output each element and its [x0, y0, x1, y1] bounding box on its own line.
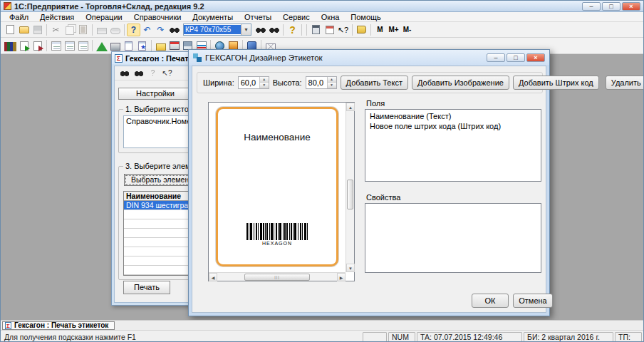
- sigma-document-icon: Σ: [5, 322, 11, 329]
- calculator-icon[interactable]: [309, 24, 323, 36]
- status-num-lock: NUM: [388, 332, 415, 342]
- preview-horizontal-scrollbar[interactable]: ◀ ||| ▶: [209, 272, 346, 281]
- height-down-icon[interactable]: ▼: [328, 83, 336, 88]
- sort-asc-icon[interactable]: [118, 68, 130, 79]
- preview-vertical-scrollbar[interactable]: ▲ ▼: [346, 103, 354, 272]
- print-icon[interactable]: [95, 24, 108, 36]
- window-tab-print-labels[interactable]: Σ Гексагон : Печать этикеток: [2, 321, 115, 330]
- scroll-left-icon[interactable]: ◀: [209, 273, 217, 281]
- height-label: Высота:: [273, 78, 302, 87]
- label-barcode-field[interactable]: HEXAGON: [218, 223, 336, 246]
- memory-mplus-button[interactable]: M+: [387, 24, 400, 36]
- menu-reports[interactable]: Отчеты: [239, 13, 277, 21]
- combobox-dropdown-icon[interactable]: ▾: [241, 24, 251, 35]
- dialog-client: Ширина: 60,0 ▲▼ Высота: 80,0 ▲▼ Добавить…: [192, 66, 546, 313]
- status-tp[interactable]: ТП:: [615, 332, 642, 342]
- paste-icon[interactable]: [76, 24, 90, 36]
- restore-button[interactable]: □: [602, 2, 620, 11]
- tab-settings[interactable]: Настройки: [118, 88, 192, 100]
- document-star-icon[interactable]: ★: [135, 39, 149, 52]
- analysis-triangle-icon[interactable]: [95, 39, 108, 52]
- menu-references[interactable]: Справочники: [128, 13, 187, 21]
- open-folder-icon[interactable]: [17, 24, 31, 36]
- menu-service[interactable]: Сервис: [277, 13, 316, 21]
- journal-open-icon[interactable]: [17, 39, 31, 52]
- dialog-minimize-button[interactable]: –: [487, 53, 505, 62]
- status-actual-date[interactable]: ТА: 07.07.2015 12:49:46: [417, 332, 522, 342]
- memory-mminus-button[interactable]: M-: [400, 24, 414, 36]
- menu-operations[interactable]: Операции: [80, 13, 128, 21]
- copy-icon[interactable]: [63, 24, 76, 36]
- properties-box[interactable]: [365, 203, 541, 273]
- cancel-button[interactable]: Отмена: [513, 294, 553, 308]
- undo-icon[interactable]: ↶: [140, 24, 154, 36]
- label-name-field[interactable]: Наименование: [218, 132, 336, 142]
- scroll-down-icon[interactable]: ▼: [346, 264, 355, 272]
- reference-books-icon[interactable]: [4, 39, 17, 52]
- memory-m-button[interactable]: M: [373, 24, 387, 36]
- redo-icon[interactable]: ↷: [154, 24, 167, 36]
- new-document-icon[interactable]: [4, 24, 17, 36]
- main-window-title: 1С:Предприятие - Торговля+Склад, редакци…: [14, 2, 204, 11]
- field-item-name[interactable]: Наименование (Текст): [365, 111, 541, 121]
- find-next-icon[interactable]: [254, 24, 267, 36]
- cash-device-icon[interactable]: [108, 39, 122, 52]
- find-prev-icon[interactable]: [267, 24, 281, 36]
- ok-button[interactable]: ОК: [472, 294, 509, 308]
- add-text-button[interactable]: Добавить Текст: [341, 76, 408, 90]
- window-help-icon[interactable]: ?: [147, 68, 159, 79]
- width-spinner[interactable]: 60,0 ▲▼: [238, 76, 269, 89]
- sort-desc-icon[interactable]: [133, 68, 145, 79]
- status-empty-cell: [363, 332, 387, 342]
- dialog-maximize-button[interactable]: □: [507, 53, 525, 62]
- field-item-barcode[interactable]: Новое поле штрих кода (Штрих код): [365, 121, 541, 131]
- label-format-value: КР4 70х70х55: [184, 25, 241, 34]
- add-barcode-button[interactable]: Добавить Штрих код: [513, 76, 599, 90]
- guide-book-icon[interactable]: [355, 24, 368, 36]
- find-binoculars-icon[interactable]: [167, 24, 181, 36]
- menu-windows[interactable]: Окна: [316, 13, 346, 21]
- label-preview-panel: Наименование HEXAGON ▲ ▼: [208, 102, 355, 281]
- journal-close-icon[interactable]: [31, 39, 44, 52]
- menu-help[interactable]: Помощь: [345, 13, 387, 21]
- height-up-icon[interactable]: ▲: [328, 77, 336, 83]
- invoice-icon-2[interactable]: [63, 39, 76, 52]
- save-icon[interactable]: [31, 24, 44, 36]
- horizontal-scroll-thumb[interactable]: |||: [244, 274, 310, 281]
- close-button[interactable]: ×: [622, 2, 640, 11]
- equipment-icon[interactable]: [167, 39, 181, 52]
- vertical-scroll-thumb[interactable]: [347, 180, 353, 209]
- user-monitor-icon[interactable]: ?: [127, 24, 140, 36]
- menu-documents[interactable]: Документы: [187, 13, 239, 21]
- invoice-icon-1[interactable]: [49, 39, 63, 52]
- main-toolbar: ✂ ? ↶ ↷ КР4 70х70х55 ▾ ? ↖? M M+ M-: [1, 22, 643, 38]
- invoice-icon-3[interactable]: [76, 39, 90, 52]
- width-value: 60,0: [239, 77, 259, 88]
- help-icon[interactable]: ?: [286, 24, 299, 36]
- label-format-combobox[interactable]: КР4 70х70х55 ▾: [183, 24, 251, 36]
- export-envelope-icon[interactable]: [154, 39, 167, 52]
- width-down-icon[interactable]: ▼: [260, 83, 269, 88]
- add-image-button[interactable]: Добавить Изображение: [412, 76, 509, 90]
- user-select-icon[interactable]: ↖?: [336, 24, 350, 36]
- label-preview-area[interactable]: Наименование HEXAGON: [209, 103, 346, 272]
- menu-actions[interactable]: Действия: [34, 13, 80, 21]
- calendar-icon[interactable]: [323, 24, 336, 36]
- dialog-close-button[interactable]: ×: [526, 53, 545, 62]
- document-icon[interactable]: [122, 39, 135, 52]
- print-preview-icon[interactable]: [108, 24, 122, 36]
- height-spinner[interactable]: 80,0 ▲▼: [306, 76, 337, 89]
- scroll-right-icon[interactable]: ▶: [337, 273, 346, 281]
- minimize-button[interactable]: –: [582, 2, 601, 11]
- cut-icon[interactable]: ✂: [49, 24, 63, 36]
- context-help-icon[interactable]: ↖?: [161, 68, 173, 79]
- scroll-up-icon[interactable]: ▲: [346, 103, 355, 111]
- width-up-icon[interactable]: ▲: [260, 77, 269, 83]
- delete-button[interactable]: Удалить: [606, 76, 644, 90]
- label-canvas[interactable]: Наименование HEXAGON: [216, 107, 338, 266]
- menu-file[interactable]: Файл: [4, 13, 34, 21]
- fields-listbox[interactable]: Наименование (Текст) Новое поле штрих ко…: [365, 109, 541, 182]
- status-accounting-period[interactable]: БИ: 2 квартал 2016 г.: [524, 332, 613, 342]
- application-window: 1С:Предприятие - Торговля+Склад, редакци…: [0, 0, 644, 342]
- print-button[interactable]: Печать: [123, 281, 170, 294]
